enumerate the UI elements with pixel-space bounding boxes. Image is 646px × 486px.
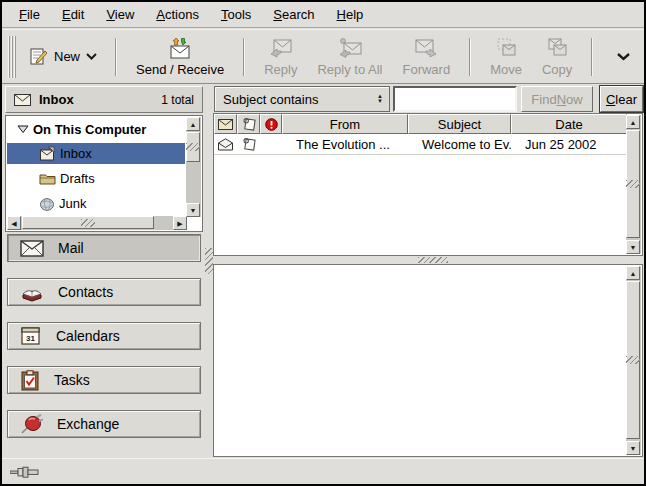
column-status[interactable]	[214, 114, 237, 134]
shortcut-mail-button[interactable]: Mail	[7, 234, 201, 262]
message-subject: Welcome to Ev...	[408, 137, 511, 152]
reply-to-all-button[interactable]: Reply to All	[307, 33, 392, 81]
read-status-cell	[214, 138, 237, 151]
tree-vertical-scrollbar[interactable]: ▲ ▼	[186, 117, 201, 217]
menu-actions[interactable]: Actions	[145, 3, 210, 26]
toolbar-separator	[591, 38, 593, 76]
mail-icon	[20, 240, 44, 257]
scroll-up-arrow[interactable]: ▲	[186, 117, 200, 131]
scroll-right-arrow[interactable]: ▶	[173, 216, 187, 230]
scrollbar-thumb[interactable]	[626, 130, 640, 238]
send-receive-button[interactable]: Send / Receive	[126, 33, 234, 81]
search-criteria-dropdown[interactable]: Subject contains ▲ ▼	[214, 86, 390, 112]
menu-file[interactable]: File	[8, 3, 51, 26]
mail-envelope-icon	[14, 94, 31, 106]
tree-root-label: On This Computer	[33, 122, 146, 137]
reply-label: Reply	[264, 62, 297, 77]
reply-icon	[269, 37, 293, 59]
tree-item-junk[interactable]: Junk	[7, 193, 185, 214]
scroll-down-arrow[interactable]: ▼	[186, 203, 200, 217]
menu-help[interactable]: Help	[326, 3, 375, 26]
copy-label: Copy	[542, 62, 572, 77]
scroll-up-arrow[interactable]: ▲	[626, 266, 640, 280]
toolbar-overflow-button[interactable]	[609, 49, 638, 65]
scroll-down-arrow[interactable]: ▼	[626, 240, 640, 254]
shortcut-label: Exchange	[57, 416, 119, 432]
message-list-header: From Subject Date	[214, 114, 627, 134]
status-bar	[2, 458, 644, 484]
junk-icon	[39, 197, 55, 211]
shortcut-contacts-button[interactable]: Contacts	[7, 278, 201, 306]
combo-arrows-icon: ▲ ▼	[377, 94, 383, 104]
menu-edit[interactable]: Edit	[51, 3, 95, 26]
message-from: The Evolution ...	[282, 137, 408, 152]
tree-horizontal-scrollbar[interactable]: ◀ ▶	[7, 216, 187, 230]
message-row[interactable]: The Evolution ... Welcome to Ev... Jun 2…	[214, 134, 627, 155]
menu-tools[interactable]: Tools	[210, 3, 262, 26]
scroll-left-arrow[interactable]: ◀	[7, 216, 21, 230]
shortcut-label: Tasks	[54, 372, 90, 388]
column-importance[interactable]	[260, 114, 282, 134]
preview-pane: ▲ ▼	[213, 264, 643, 457]
column-attachment[interactable]	[237, 114, 260, 134]
clear-button[interactable]: Clear	[600, 86, 643, 112]
column-date[interactable]: Date	[511, 114, 627, 134]
shortcut-label: Mail	[58, 240, 84, 256]
expander-triangle-icon[interactable]	[17, 125, 29, 134]
tree-node-on-this-computer[interactable]: On This Computer	[7, 119, 185, 140]
reply-button[interactable]: Reply	[254, 33, 307, 81]
shortcut-calendars-button[interactable]: 31 Calendars	[7, 322, 201, 350]
shortcut-exchange-button[interactable]: Exchange	[7, 410, 201, 438]
send-receive-icon	[168, 37, 192, 59]
chevron-down-icon	[86, 53, 97, 60]
shortcut-label: Contacts	[58, 284, 113, 300]
find-now-button[interactable]: Find Now	[521, 86, 593, 112]
new-button-label: New	[54, 49, 80, 64]
tree-item-inbox[interactable]: Inbox	[7, 143, 185, 164]
online-status-plug-icon[interactable]	[10, 466, 40, 478]
menu-view[interactable]: View	[95, 3, 145, 26]
contacts-icon	[20, 283, 44, 302]
column-from[interactable]: From	[282, 114, 408, 134]
preview-scrollbar[interactable]: ▲ ▼	[626, 266, 641, 455]
preview-splitter[interactable]	[213, 256, 643, 264]
search-criteria-value: Subject contains	[223, 92, 318, 107]
menu-search[interactable]: Search	[262, 3, 325, 26]
folder-title-bar[interactable]: Inbox 1 total	[5, 86, 203, 113]
new-button[interactable]: New	[20, 40, 106, 74]
forward-label: Forward	[402, 62, 450, 77]
current-folder-name: Inbox	[39, 92, 74, 107]
move-button[interactable]: Move	[480, 33, 532, 81]
message-list-scrollbar[interactable]: ▲ ▼	[626, 115, 641, 254]
attachment-cell	[237, 137, 260, 151]
toolbar-drag-handle[interactable]	[8, 36, 16, 78]
move-icon	[494, 37, 518, 59]
tree-item-drafts[interactable]: Drafts	[7, 168, 185, 189]
toolbar-separator	[243, 38, 245, 76]
search-input[interactable]	[393, 86, 517, 112]
reply-to-all-label: Reply to All	[317, 62, 382, 77]
folder-tree: On This Computer Inbox Drafts Junk ▲	[5, 115, 203, 232]
scrollbar-thumb[interactable]	[22, 216, 154, 229]
inbox-icon	[39, 146, 56, 161]
scrollbar-thumb[interactable]	[186, 132, 200, 162]
column-subject[interactable]: Subject	[408, 114, 511, 134]
new-message-icon	[29, 47, 48, 66]
folder-icon	[39, 172, 56, 185]
calendar-icon: 31	[20, 326, 42, 346]
folder-total-count: 1 total	[161, 93, 194, 107]
forward-button[interactable]: Forward	[392, 33, 460, 81]
toolbar-separator	[469, 38, 471, 76]
toolbar-separator	[115, 38, 117, 76]
shortcut-tasks-button[interactable]: Tasks	[7, 366, 201, 394]
message-date: Jun 25 2002	[511, 137, 627, 152]
tree-item-label: Drafts	[60, 171, 95, 186]
move-label: Move	[490, 62, 522, 77]
scroll-down-arrow[interactable]: ▼	[626, 441, 640, 455]
scrollbar-thumb[interactable]	[626, 281, 640, 439]
attachment-icon	[242, 137, 256, 151]
menu-bar: File Edit View Actions Tools Search Help	[2, 2, 644, 28]
scroll-up-arrow[interactable]: ▲	[626, 115, 640, 129]
sidebar-splitter[interactable]	[204, 85, 213, 458]
copy-button[interactable]: Copy	[532, 33, 582, 81]
